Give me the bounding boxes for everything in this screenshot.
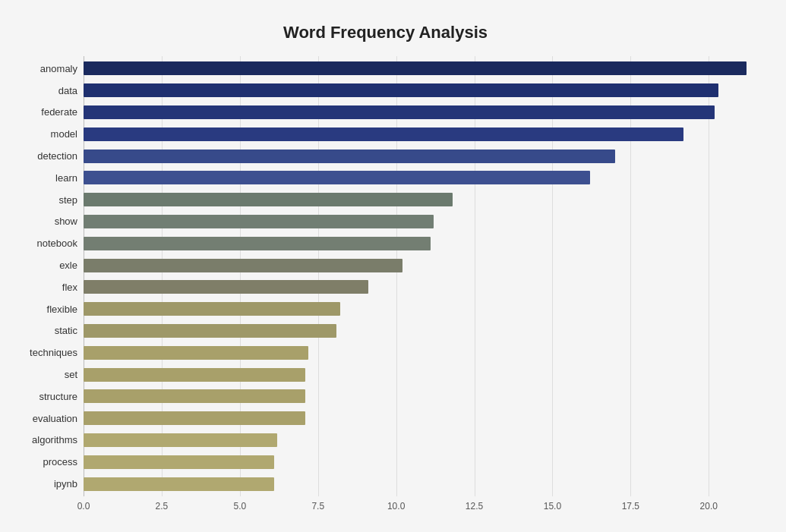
bar-ipynb [84, 477, 274, 491]
y-label-notebook: notebook [37, 238, 78, 248]
bar-row-notebook [84, 235, 756, 252]
bar-anomaly [84, 61, 747, 75]
bar-detection [84, 150, 615, 163]
bar-flexible [84, 302, 340, 316]
bar-row-exle [84, 257, 756, 274]
y-label-techniques: techniques [30, 348, 77, 357]
x-tick-7.5: 7.5 [311, 501, 324, 512]
grid-line [475, 56, 475, 496]
bar-federate [84, 105, 715, 119]
x-tick-0.0: 0.0 [77, 501, 90, 512]
y-label-exle: exle [59, 260, 77, 270]
chart-container: Word Frequency Analysis anomalydatafeder… [0, 0, 786, 532]
bar-row-federate [84, 104, 756, 121]
bar-row-anomaly [84, 60, 756, 77]
grid-line [396, 56, 397, 496]
grid-line [162, 56, 163, 496]
bar-techniques [84, 346, 308, 360]
bar-row-detection [84, 148, 756, 165]
grid-line [84, 56, 84, 496]
bar-row-set [84, 367, 756, 383]
bar-process [84, 455, 274, 469]
bar-row-static [84, 323, 756, 339]
bar-static [84, 324, 336, 338]
bar-row-show [84, 213, 756, 230]
y-label-flexible: flexible [47, 304, 77, 314]
bar-data [84, 83, 718, 97]
bar-model [84, 127, 683, 141]
bar-step [84, 193, 453, 206]
grid-line [240, 56, 241, 496]
bar-evaluation [84, 411, 305, 425]
bar-row-ipynb [84, 476, 756, 493]
chart-area: anomalydatafederatemodeldetectionlearnst… [15, 56, 756, 496]
y-label-algorithms: algorithms [32, 435, 77, 445]
bar-exle [84, 259, 402, 272]
bar-learn [84, 171, 590, 184]
bar-row-algorithms [84, 432, 756, 449]
x-tick-17.5: 17.5 [622, 501, 639, 512]
x-tick-2.5: 2.5 [156, 501, 169, 512]
x-tick-15.0: 15.0 [544, 501, 561, 512]
y-label-anomaly: anomaly [40, 64, 77, 74]
grid-line [552, 56, 553, 496]
grid-line [709, 56, 709, 496]
bar-row-model [84, 126, 756, 143]
y-label-ipynb: ipynb [54, 479, 77, 489]
bar-row-learn [84, 169, 756, 186]
chart-title: Word Frequency Analysis [15, 15, 756, 42]
bars-and-grid [84, 56, 756, 496]
bar-row-flexible [84, 301, 756, 317]
y-label-flex: flex [62, 282, 77, 292]
bar-row-techniques [84, 345, 756, 361]
bar-notebook [84, 237, 431, 250]
y-label-process: process [43, 457, 77, 467]
bar-row-step [84, 191, 756, 208]
y-label-learn: learn [55, 173, 77, 183]
bar-set [84, 368, 305, 382]
y-label-data: data [58, 86, 77, 96]
y-label-set: set [65, 370, 77, 379]
x-tick-20.0: 20.0 [700, 501, 718, 512]
y-label-detection: detection [37, 151, 77, 161]
y-label-step: step [58, 195, 77, 205]
y-label-federate: federate [41, 107, 77, 117]
y-labels: anomalydatafederatemodeldetectionlearnst… [15, 56, 84, 496]
bar-row-process [84, 454, 756, 471]
grid-line [630, 56, 631, 496]
bar-algorithms [84, 433, 277, 447]
x-tick-5.0: 5.0 [233, 501, 246, 512]
bar-row-evaluation [84, 410, 756, 427]
y-label-structure: structure [39, 392, 77, 401]
y-label-show: show [55, 216, 77, 226]
bar-row-structure [84, 388, 756, 405]
bar-structure [84, 389, 305, 403]
grid-line [318, 56, 319, 496]
y-label-model: model [51, 129, 77, 139]
bar-show [84, 215, 434, 228]
x-tick-12.5: 12.5 [466, 501, 483, 512]
bar-row-flex [84, 279, 756, 295]
bar-flex [84, 280, 368, 294]
x-tick-10.0: 10.0 [387, 501, 405, 512]
y-label-static: static [55, 326, 77, 335]
bar-row-data [84, 82, 756, 99]
y-label-evaluation: evaluation [33, 414, 77, 423]
